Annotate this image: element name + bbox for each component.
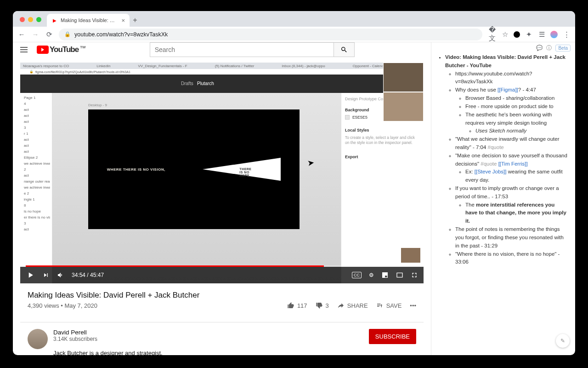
player-controls: 34:54 / 45:47 CC ⚙ <box>20 267 424 283</box>
thumbs-up-icon <box>287 302 294 309</box>
subscribe-button[interactable]: SUBSCRIBE <box>369 329 416 344</box>
info-icon[interactable]: ⓘ <box>546 45 552 52</box>
fullscreen-button[interactable] <box>411 271 418 279</box>
window-controls[interactable] <box>20 17 41 22</box>
nested-url-bar: 🔒figma.com/file/Rl31p7hyrHZQoAzli1ix8fc/… <box>20 69 424 75</box>
volume-button[interactable] <box>57 271 64 279</box>
more-button[interactable]: ••• <box>410 302 416 309</box>
youtube-wordmark: YouTube <box>50 45 79 54</box>
search-button[interactable] <box>334 42 355 57</box>
theater-button[interactable] <box>396 271 403 279</box>
browser-window: ⬚100+ Nature Pictures | Downlo×fsMental … <box>13 11 575 355</box>
close-window[interactable] <box>20 17 25 22</box>
nested-browser-tabs: Nicaragua's response to COLinkedInVV_Des… <box>20 63 424 69</box>
youtube-play-icon <box>37 46 49 54</box>
cursor-icon: ➤ <box>307 157 315 168</box>
time-display: 34:54 / 45:47 <box>72 272 104 278</box>
design-canvas: WHERE THERE IS NO VISION, THERE IS NO HO… <box>88 109 300 229</box>
menu-icon[interactable]: ⋮ <box>562 30 571 39</box>
search-icon <box>340 46 348 53</box>
minimize-window[interactable] <box>28 17 33 22</box>
channel-subs: 3.14K subscribers <box>53 336 369 342</box>
dislike-button[interactable]: 3 <box>316 302 329 309</box>
note-url[interactable]: https://www.youtube.com/watch?v=8wzkvTas… <box>455 70 568 86</box>
canvas-text-left: WHERE THERE IS NO VISION, <box>107 167 165 172</box>
note-link-ferris[interactable]: [[Tim Ferris]] <box>498 161 528 167</box>
maximize-window[interactable] <box>36 17 41 22</box>
search-input[interactable] <box>150 42 334 57</box>
youtube-page: YouTube TW Nicaragua's response to COLin… <box>13 42 431 355</box>
url-text: youtube.com/watch?v=8wzkvTaskXk <box>74 31 168 38</box>
beta-badge: Beta <box>555 45 571 52</box>
lock-icon: 🔒 <box>64 31 71 37</box>
webcam-primary <box>383 63 424 92</box>
save-button[interactable]: SAVE <box>376 302 402 309</box>
address-bar: ← → ⟳ 🔒 youtube.com/watch?v=8wzkvTaskXk … <box>13 27 575 42</box>
back-button[interactable]: ← <box>17 30 26 38</box>
video-description: Jack Butcher is a designer and strategis… <box>53 350 369 355</box>
note-link-figma[interactable]: [[Figma]] <box>498 87 518 92</box>
profile-icon[interactable] <box>550 31 558 38</box>
thumbs-down-icon <box>316 302 323 309</box>
guide-menu-button[interactable] <box>20 47 28 52</box>
youtube-logo[interactable]: YouTube TW <box>37 45 85 54</box>
toolbar-right: �文 ☆ ✦ ☰ ⋮ <box>488 26 571 43</box>
playlist-add-icon <box>376 302 384 309</box>
notes-panel: 💬 ⓘ Beta Video: Making Ideas Visible: Da… <box>431 42 575 355</box>
notes-body[interactable]: Video: Making Ideas Visible: David Perel… <box>431 53 575 355</box>
figma-toolbar: Drafts Plutarch Share <box>20 75 424 93</box>
next-button[interactable] <box>42 271 50 279</box>
close-tab-icon[interactable]: × <box>121 17 125 24</box>
miniplayer-button[interactable] <box>381 271 389 279</box>
youtube-header: YouTube TW <box>13 42 431 57</box>
video-player[interactable]: Nicaragua's response to COLinkedInVV_Des… <box>20 63 424 283</box>
canvas-triangle: THERE IS NO HOPE. <box>203 158 281 181</box>
cc-button[interactable]: CC <box>352 272 362 278</box>
play-button[interactable] <box>26 270 35 280</box>
chat-icon[interactable]: 💬 <box>536 45 543 51</box>
canvas-label: Desktop - 9 <box>88 103 107 107</box>
note-title: Video: Making Ideas Visible: David Perel… <box>445 54 565 68</box>
note-link-jobs[interactable]: [[Steve Jobs]] <box>475 169 507 174</box>
video-stats: 4,390 views • May 7, 2020 <box>28 302 97 309</box>
video-title: Making Ideas Visible: David Perell + Jac… <box>28 291 416 300</box>
edit-fab[interactable]: ✎ <box>556 334 570 348</box>
new-tab-button[interactable]: + <box>130 15 141 26</box>
browser-tab[interactable]: ▶Making Ideas Visible: David Pe× <box>47 14 130 27</box>
share-icon <box>337 302 345 309</box>
bookmark-icon[interactable]: ☆ <box>501 30 509 39</box>
webcam-self <box>401 247 421 263</box>
webcam-secondary <box>383 92 424 121</box>
forward-button[interactable]: → <box>31 30 40 38</box>
youtube-locale: TW <box>80 45 85 49</box>
translate-icon[interactable]: �文 <box>488 26 496 43</box>
url-input[interactable]: 🔒 youtube.com/watch?v=8wzkvTaskXk <box>59 29 482 40</box>
extensions-icon[interactable]: ✦ <box>525 30 533 39</box>
tab-bar: ⬚100+ Nature Pictures | Downlo×fsMental … <box>13 11 575 27</box>
share-button[interactable]: SHARE <box>337 302 368 309</box>
settings-button[interactable]: ⚙ <box>369 272 374 278</box>
reload-button[interactable]: ⟳ <box>45 30 53 39</box>
channel-name[interactable]: David Perell <box>53 329 369 336</box>
reading-list-icon[interactable]: ☰ <box>537 30 546 39</box>
figma-left-panel: Page 14actactact3r 1actactactEllipse 2we… <box>20 93 52 283</box>
like-button[interactable]: 117 <box>287 302 307 309</box>
channel-avatar[interactable] <box>28 329 48 349</box>
ext1-icon[interactable] <box>514 31 520 38</box>
